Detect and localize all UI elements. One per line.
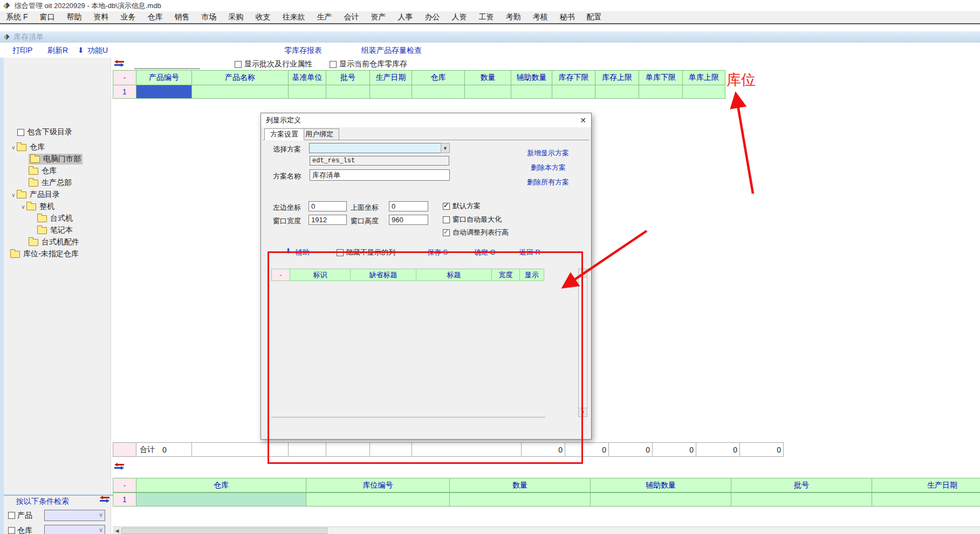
tree-item-3[interactable]: 生产总部 [4,177,111,189]
search-dropdown[interactable]: ∨ [44,510,105,521]
bottom-grid-swap-icon[interactable] [114,463,124,471]
main-grid-cell-4[interactable] [370,85,412,99]
show-batch-checkbox[interactable]: 显示批次及行业属性 [235,59,312,69]
bottom-grid-cell-1[interactable] [306,492,450,506]
default-scheme-checkbox[interactable]: 默认方案 [443,201,481,211]
dialog-table-scrollbar[interactable]: ▲ ▼ [578,269,587,417]
bottom-grid-col-4[interactable]: 批号 [731,478,872,492]
hide-hidden-columns-checkbox-box[interactable] [337,249,344,256]
main-grid-cell-0[interactable] [136,85,192,99]
menu-item-4[interactable]: 业务 [114,12,141,22]
menu-item-6[interactable]: 销售 [168,12,195,22]
tree-expander-icon[interactable]: ∨ [20,204,26,210]
grid-swap-icon[interactable] [114,60,124,69]
menu-item-7[interactable]: 市场 [195,12,222,22]
auto-maximize-checkbox[interactable]: 窗口自动最大化 [443,215,502,224]
auto-row-height-checkbox[interactable]: 自动调整列表行高 [443,228,509,237]
scroll-down-arrow-icon[interactable]: ▼ [579,408,587,416]
tree-item-5[interactable]: ∨整机 [4,201,111,213]
auto-maximize-checkbox-box[interactable] [443,216,450,223]
bottom-grid-col-0[interactable]: 仓库 [136,478,306,492]
main-grid-col-11[interactable]: 单库上限 [683,70,725,85]
main-grid-cell-7[interactable] [511,85,552,99]
auto-row-height-checkbox-box[interactable] [443,229,450,236]
main-grid-cell-2[interactable] [289,85,326,99]
main-grid-col-1[interactable]: 产品名称 [192,70,289,85]
tree-expander-icon[interactable]: ∨ [10,145,17,150]
save-button[interactable]: 保存 S [427,248,448,257]
bottom-grid-cell-5[interactable] [872,492,980,506]
menu-item-12[interactable]: 会计 [338,12,365,22]
select-scheme-dropdown[interactable] [309,143,441,153]
menu-item-5[interactable]: 仓库 [141,12,168,22]
delete-scheme-link[interactable]: 删除本方案 [531,163,566,173]
menu-item-19[interactable]: 考核 [526,12,553,22]
menu-item-14[interactable]: 人事 [392,12,419,22]
tree-item-7[interactable]: 笔记本 [4,224,111,236]
tab-user-binding[interactable]: 用户绑定 [300,128,339,140]
dialog-table-header-4[interactable]: 宽度 [492,269,520,281]
main-grid-cell-5[interactable] [412,85,465,99]
bottom-grid-cell-3[interactable] [591,492,731,506]
tree-item-8[interactable]: 台式机配件 [4,236,111,248]
back-button[interactable]: 返回 R [519,248,540,257]
delete-all-schemes-link[interactable]: 删除所有方案 [527,177,569,187]
menu-item-2[interactable]: 帮助 [60,12,87,22]
hide-hidden-columns-checkbox[interactable]: 隐藏不显示的列 [337,248,395,257]
main-grid-col-9[interactable]: 库存上限 [595,70,639,85]
main-grid-col-2[interactable]: 基准单位 [289,70,326,85]
select-scheme-dropdown-arrow-icon[interactable]: ▼ [441,143,450,153]
main-grid-cell-8[interactable] [552,85,595,99]
menu-item-3[interactable]: 资料 [87,12,114,22]
tab-scheme-settings[interactable]: 方案设置 [264,128,304,140]
refresh-button[interactable]: 刷新R [47,46,68,56]
main-grid-col-10[interactable]: 单库下限 [639,70,683,85]
tree-item-6[interactable]: 台式机 [4,213,111,224]
quick-filter-input[interactable] [134,59,200,69]
bottom-grid-row[interactable]: 1 [113,492,980,506]
dialog-close-icon[interactable]: ✕ [580,116,586,125]
ok-button[interactable]: 确定 O [474,248,496,257]
main-grid-cell-9[interactable] [595,85,639,99]
include-subdir-checkbox[interactable]: 包含下级目录 [17,127,72,137]
window-width-input[interactable]: 1912 [309,215,347,225]
zero-stock-report-link[interactable]: 零库存报表 [284,46,322,56]
main-grid-col-4[interactable]: 生产日期 [370,70,412,85]
scroll-up-arrow-icon[interactable]: ▲ [579,269,587,278]
include-subdir-checkbox-box[interactable] [17,129,24,136]
main-grid-cell-6[interactable] [465,85,511,99]
main-grid-col-5[interactable]: 仓库 [412,70,465,85]
menu-item-18[interactable]: 考勤 [499,12,526,22]
function-button[interactable]: 功能U [87,46,108,56]
main-grid-cell-10[interactable] [639,85,683,99]
scheme-name-input[interactable]: 库存清单 [310,169,450,181]
menu-item-0[interactable]: 系统 F [0,12,33,22]
horizontal-scrollbar-thumb[interactable] [121,528,327,534]
main-grid-col-0[interactable]: 产品编号 [136,70,192,85]
menu-item-11[interactable]: 生产 [311,12,338,22]
menu-item-15[interactable]: 办公 [419,12,446,22]
show-batch-checkbox-box[interactable] [235,61,242,68]
main-grid-col-3[interactable]: 批号 [326,70,370,85]
dialog-table-header-1[interactable]: 标识 [290,269,351,281]
tree-item-4[interactable]: ∨产品目录 [4,189,111,201]
tree-item-9[interactable]: 库位-未指定仓库 [4,248,111,260]
tree-item-1[interactable]: 电脑门市部 [4,153,111,165]
tree-item-0[interactable]: ∨仓库 [4,141,111,153]
window-height-input[interactable]: 960 [389,215,428,225]
print-button[interactable]: 打印P [12,46,32,56]
menu-item-16[interactable]: 人资 [446,12,472,22]
bottom-grid-cell-2[interactable] [450,492,591,506]
bottom-grid-col-3[interactable]: 辅助数量 [591,478,731,492]
scroll-left-arrow-icon[interactable]: ◀ [113,528,121,534]
main-grid-col-6[interactable]: 数量 [465,70,511,85]
menu-item-17[interactable]: 工资 [472,12,499,22]
main-grid-row[interactable]: 1 [113,85,725,99]
search-1-checkbox-box[interactable] [8,527,15,534]
top-coord-input[interactable]: 0 [389,201,428,211]
dialog-table-header-5[interactable]: 显示 [520,269,544,281]
main-grid-col-8[interactable]: 库存下限 [552,70,595,85]
dialog-table-header-2[interactable]: 缺省标题 [351,269,416,281]
tree-item-2[interactable]: 仓库 [4,165,111,177]
bottom-grid-cell-0[interactable] [136,492,306,506]
